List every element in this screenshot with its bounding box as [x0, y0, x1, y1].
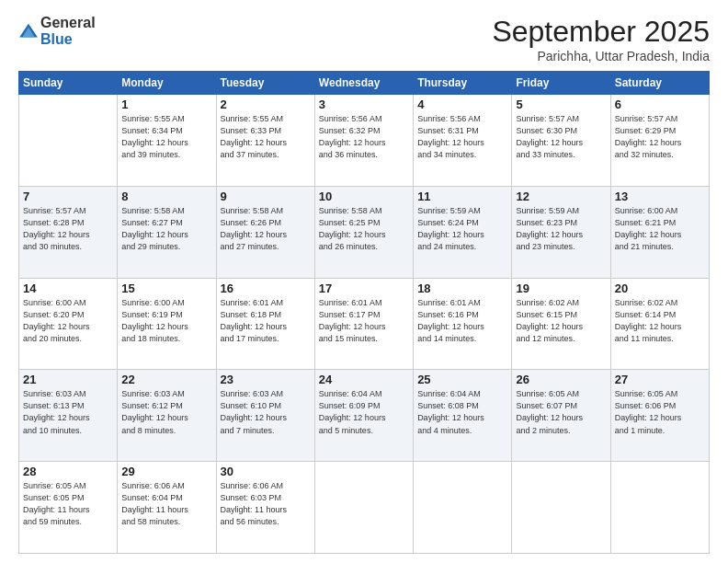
day-number: 13 — [615, 190, 705, 203]
day-info: Sunrise: 6:00 AM Sunset: 6:20 PM Dayligh… — [23, 297, 113, 345]
day-info: Sunrise: 6:06 AM Sunset: 6:04 PM Dayligh… — [121, 480, 211, 528]
calendar-cell: 18Sunrise: 6:01 AM Sunset: 6:16 PM Dayli… — [414, 278, 512, 370]
day-info: Sunrise: 6:03 AM Sunset: 6:12 PM Dayligh… — [121, 388, 211, 436]
month-title: September 2025 — [492, 15, 710, 49]
calendar-cell: 23Sunrise: 6:03 AM Sunset: 6:10 PM Dayli… — [216, 370, 314, 462]
day-info: Sunrise: 5:56 AM Sunset: 6:32 PM Dayligh… — [319, 113, 409, 161]
day-number: 18 — [417, 282, 507, 295]
day-header-monday: Monday — [118, 72, 216, 95]
day-header-saturday: Saturday — [610, 72, 709, 95]
logo-icon — [18, 21, 39, 41]
calendar-cell: 12Sunrise: 5:59 AM Sunset: 6:23 PM Dayli… — [512, 186, 610, 278]
day-number: 11 — [417, 190, 507, 203]
day-info: Sunrise: 6:03 AM Sunset: 6:13 PM Dayligh… — [23, 388, 113, 436]
calendar-cell — [512, 462, 610, 554]
day-number: 15 — [121, 282, 211, 295]
day-number: 21 — [23, 373, 113, 386]
calendar-week-3: 14Sunrise: 6:00 AM Sunset: 6:20 PM Dayli… — [19, 278, 710, 370]
day-info: Sunrise: 6:02 AM Sunset: 6:15 PM Dayligh… — [516, 297, 606, 345]
day-number: 10 — [319, 190, 409, 203]
day-number: 4 — [417, 98, 507, 111]
day-info: Sunrise: 5:57 AM Sunset: 6:28 PM Dayligh… — [23, 205, 113, 253]
day-header-thursday: Thursday — [414, 72, 512, 95]
calendar-cell: 21Sunrise: 6:03 AM Sunset: 6:13 PM Dayli… — [19, 370, 118, 462]
calendar-cell: 20Sunrise: 6:02 AM Sunset: 6:14 PM Dayli… — [610, 278, 709, 370]
day-info: Sunrise: 5:55 AM Sunset: 6:34 PM Dayligh… — [121, 113, 211, 161]
logo: General Blue — [18, 15, 96, 48]
day-number: 25 — [417, 373, 507, 386]
day-info: Sunrise: 6:04 AM Sunset: 6:09 PM Dayligh… — [319, 388, 409, 436]
calendar-cell: 16Sunrise: 6:01 AM Sunset: 6:18 PM Dayli… — [216, 278, 314, 370]
calendar-cell: 22Sunrise: 6:03 AM Sunset: 6:12 PM Dayli… — [118, 370, 216, 462]
calendar-cell: 15Sunrise: 6:00 AM Sunset: 6:19 PM Dayli… — [118, 278, 216, 370]
day-info: Sunrise: 5:56 AM Sunset: 6:31 PM Dayligh… — [417, 113, 507, 161]
day-number: 28 — [23, 465, 113, 478]
day-info: Sunrise: 5:57 AM Sunset: 6:29 PM Dayligh… — [615, 113, 705, 161]
day-info: Sunrise: 5:58 AM Sunset: 6:27 PM Dayligh… — [121, 205, 211, 253]
header: General Blue September 2025 Parichha, Ut… — [18, 15, 710, 63]
day-info: Sunrise: 6:03 AM Sunset: 6:10 PM Dayligh… — [221, 388, 311, 436]
day-info: Sunrise: 5:57 AM Sunset: 6:30 PM Dayligh… — [516, 113, 606, 161]
day-number: 9 — [221, 190, 311, 203]
day-number: 30 — [221, 465, 311, 478]
day-number: 29 — [121, 465, 211, 478]
calendar-cell: 3Sunrise: 5:56 AM Sunset: 6:32 PM Daylig… — [314, 95, 413, 187]
day-info: Sunrise: 5:58 AM Sunset: 6:25 PM Dayligh… — [319, 205, 409, 253]
day-number: 17 — [319, 282, 409, 295]
day-number: 1 — [121, 98, 211, 111]
day-header-tuesday: Tuesday — [216, 72, 314, 95]
calendar-cell: 9Sunrise: 5:58 AM Sunset: 6:26 PM Daylig… — [216, 186, 314, 278]
calendar-cell: 5Sunrise: 5:57 AM Sunset: 6:30 PM Daylig… — [512, 95, 610, 187]
day-info: Sunrise: 6:06 AM Sunset: 6:03 PM Dayligh… — [221, 480, 311, 528]
day-info: Sunrise: 6:04 AM Sunset: 6:08 PM Dayligh… — [417, 388, 507, 436]
day-header-friday: Friday — [512, 72, 610, 95]
logo-text: General Blue — [40, 15, 96, 48]
day-info: Sunrise: 6:05 AM Sunset: 6:05 PM Dayligh… — [23, 480, 113, 528]
calendar-week-2: 7Sunrise: 5:57 AM Sunset: 6:28 PM Daylig… — [19, 186, 710, 278]
calendar-cell: 13Sunrise: 6:00 AM Sunset: 6:21 PM Dayli… — [610, 186, 709, 278]
day-info: Sunrise: 6:01 AM Sunset: 6:16 PM Dayligh… — [417, 297, 507, 345]
calendar-cell: 28Sunrise: 6:05 AM Sunset: 6:05 PM Dayli… — [19, 462, 118, 554]
day-number: 23 — [221, 373, 311, 386]
day-number: 7 — [23, 190, 113, 203]
day-number: 8 — [121, 190, 211, 203]
day-number: 5 — [516, 98, 606, 111]
day-number: 6 — [615, 98, 705, 111]
calendar-cell: 1Sunrise: 5:55 AM Sunset: 6:34 PM Daylig… — [118, 95, 216, 187]
day-info: Sunrise: 6:00 AM Sunset: 6:19 PM Dayligh… — [121, 297, 211, 345]
day-number: 19 — [516, 282, 606, 295]
day-number: 26 — [516, 373, 606, 386]
calendar-cell: 19Sunrise: 6:02 AM Sunset: 6:15 PM Dayli… — [512, 278, 610, 370]
day-info: Sunrise: 6:05 AM Sunset: 6:06 PM Dayligh… — [615, 388, 705, 436]
calendar-cell: 8Sunrise: 5:58 AM Sunset: 6:27 PM Daylig… — [118, 186, 216, 278]
day-number: 14 — [23, 282, 113, 295]
calendar-cell — [610, 462, 709, 554]
calendar-cell: 29Sunrise: 6:06 AM Sunset: 6:04 PM Dayli… — [118, 462, 216, 554]
calendar: SundayMondayTuesdayWednesdayThursdayFrid… — [18, 71, 710, 554]
day-info: Sunrise: 5:59 AM Sunset: 6:23 PM Dayligh… — [516, 205, 606, 253]
calendar-cell — [314, 462, 413, 554]
calendar-cell: 6Sunrise: 5:57 AM Sunset: 6:29 PM Daylig… — [610, 95, 709, 187]
calendar-cell: 25Sunrise: 6:04 AM Sunset: 6:08 PM Dayli… — [414, 370, 512, 462]
day-number: 20 — [615, 282, 705, 295]
day-number: 22 — [121, 373, 211, 386]
calendar-week-4: 21Sunrise: 6:03 AM Sunset: 6:13 PM Dayli… — [19, 370, 710, 462]
page: General Blue September 2025 Parichha, Ut… — [0, 0, 728, 563]
calendar-cell: 7Sunrise: 5:57 AM Sunset: 6:28 PM Daylig… — [19, 186, 118, 278]
day-info: Sunrise: 5:58 AM Sunset: 6:26 PM Dayligh… — [221, 205, 311, 253]
logo-general: General — [40, 15, 96, 30]
day-info: Sunrise: 5:59 AM Sunset: 6:24 PM Dayligh… — [417, 205, 507, 253]
calendar-cell — [19, 95, 118, 187]
day-info: Sunrise: 6:02 AM Sunset: 6:14 PM Dayligh… — [615, 297, 705, 345]
calendar-cell: 17Sunrise: 6:01 AM Sunset: 6:17 PM Dayli… — [314, 278, 413, 370]
day-info: Sunrise: 5:55 AM Sunset: 6:33 PM Dayligh… — [221, 113, 311, 161]
day-number: 16 — [221, 282, 311, 295]
calendar-week-5: 28Sunrise: 6:05 AM Sunset: 6:05 PM Dayli… — [19, 462, 710, 554]
day-info: Sunrise: 6:00 AM Sunset: 6:21 PM Dayligh… — [615, 205, 705, 253]
calendar-cell: 30Sunrise: 6:06 AM Sunset: 6:03 PM Dayli… — [216, 462, 314, 554]
calendar-cell — [414, 462, 512, 554]
day-info: Sunrise: 6:01 AM Sunset: 6:18 PM Dayligh… — [221, 297, 311, 345]
calendar-cell: 24Sunrise: 6:04 AM Sunset: 6:09 PM Dayli… — [314, 370, 413, 462]
day-number: 3 — [319, 98, 409, 111]
day-header-wednesday: Wednesday — [314, 72, 413, 95]
